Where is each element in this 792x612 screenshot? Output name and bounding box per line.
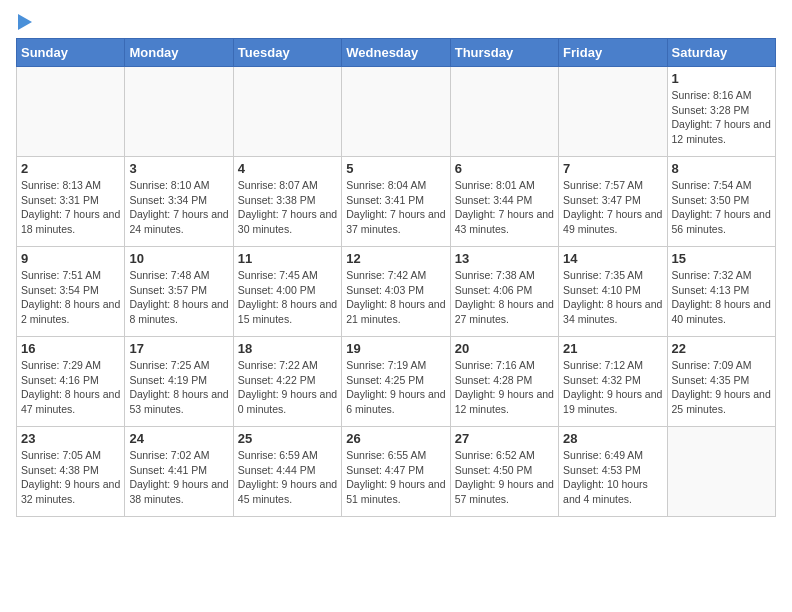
empty-cell <box>667 427 775 517</box>
empty-cell <box>233 67 341 157</box>
day-cell-5: 5Sunrise: 8:04 AM Sunset: 3:41 PM Daylig… <box>342 157 450 247</box>
day-info: Sunrise: 6:52 AM Sunset: 4:50 PM Dayligh… <box>455 448 554 507</box>
day-info: Sunrise: 8:10 AM Sunset: 3:34 PM Dayligh… <box>129 178 228 237</box>
day-cell-1: 1Sunrise: 8:16 AM Sunset: 3:28 PM Daylig… <box>667 67 775 157</box>
day-number: 4 <box>238 161 337 176</box>
day-cell-3: 3Sunrise: 8:10 AM Sunset: 3:34 PM Daylig… <box>125 157 233 247</box>
day-info: Sunrise: 7:51 AM Sunset: 3:54 PM Dayligh… <box>21 268 120 327</box>
day-cell-16: 16Sunrise: 7:29 AM Sunset: 4:16 PM Dayli… <box>17 337 125 427</box>
empty-cell <box>125 67 233 157</box>
week-row-4: 16Sunrise: 7:29 AM Sunset: 4:16 PM Dayli… <box>17 337 776 427</box>
day-cell-22: 22Sunrise: 7:09 AM Sunset: 4:35 PM Dayli… <box>667 337 775 427</box>
day-cell-10: 10Sunrise: 7:48 AM Sunset: 3:57 PM Dayli… <box>125 247 233 337</box>
day-info: Sunrise: 7:38 AM Sunset: 4:06 PM Dayligh… <box>455 268 554 327</box>
day-number: 26 <box>346 431 445 446</box>
day-header-friday: Friday <box>559 39 667 67</box>
calendar-header-row: SundayMondayTuesdayWednesdayThursdayFrid… <box>17 39 776 67</box>
empty-cell <box>559 67 667 157</box>
day-cell-15: 15Sunrise: 7:32 AM Sunset: 4:13 PM Dayli… <box>667 247 775 337</box>
day-number: 23 <box>21 431 120 446</box>
day-cell-6: 6Sunrise: 8:01 AM Sunset: 3:44 PM Daylig… <box>450 157 558 247</box>
day-cell-18: 18Sunrise: 7:22 AM Sunset: 4:22 PM Dayli… <box>233 337 341 427</box>
empty-cell <box>17 67 125 157</box>
day-number: 28 <box>563 431 662 446</box>
day-info: Sunrise: 8:01 AM Sunset: 3:44 PM Dayligh… <box>455 178 554 237</box>
day-cell-14: 14Sunrise: 7:35 AM Sunset: 4:10 PM Dayli… <box>559 247 667 337</box>
day-info: Sunrise: 6:59 AM Sunset: 4:44 PM Dayligh… <box>238 448 337 507</box>
logo <box>16 16 32 30</box>
day-header-sunday: Sunday <box>17 39 125 67</box>
day-number: 9 <box>21 251 120 266</box>
day-number: 7 <box>563 161 662 176</box>
week-row-5: 23Sunrise: 7:05 AM Sunset: 4:38 PM Dayli… <box>17 427 776 517</box>
day-info: Sunrise: 7:05 AM Sunset: 4:38 PM Dayligh… <box>21 448 120 507</box>
day-number: 14 <box>563 251 662 266</box>
day-header-saturday: Saturday <box>667 39 775 67</box>
day-cell-11: 11Sunrise: 7:45 AM Sunset: 4:00 PM Dayli… <box>233 247 341 337</box>
day-cell-13: 13Sunrise: 7:38 AM Sunset: 4:06 PM Dayli… <box>450 247 558 337</box>
day-cell-7: 7Sunrise: 7:57 AM Sunset: 3:47 PM Daylig… <box>559 157 667 247</box>
empty-cell <box>342 67 450 157</box>
day-number: 20 <box>455 341 554 356</box>
day-info: Sunrise: 7:02 AM Sunset: 4:41 PM Dayligh… <box>129 448 228 507</box>
day-number: 24 <box>129 431 228 446</box>
day-number: 10 <box>129 251 228 266</box>
day-info: Sunrise: 7:57 AM Sunset: 3:47 PM Dayligh… <box>563 178 662 237</box>
day-info: Sunrise: 8:04 AM Sunset: 3:41 PM Dayligh… <box>346 178 445 237</box>
day-cell-12: 12Sunrise: 7:42 AM Sunset: 4:03 PM Dayli… <box>342 247 450 337</box>
week-row-1: 1Sunrise: 8:16 AM Sunset: 3:28 PM Daylig… <box>17 67 776 157</box>
day-number: 21 <box>563 341 662 356</box>
day-cell-26: 26Sunrise: 6:55 AM Sunset: 4:47 PM Dayli… <box>342 427 450 517</box>
day-info: Sunrise: 7:25 AM Sunset: 4:19 PM Dayligh… <box>129 358 228 417</box>
empty-cell <box>450 67 558 157</box>
day-info: Sunrise: 7:19 AM Sunset: 4:25 PM Dayligh… <box>346 358 445 417</box>
day-cell-20: 20Sunrise: 7:16 AM Sunset: 4:28 PM Dayli… <box>450 337 558 427</box>
day-cell-9: 9Sunrise: 7:51 AM Sunset: 3:54 PM Daylig… <box>17 247 125 337</box>
day-number: 18 <box>238 341 337 356</box>
day-number: 17 <box>129 341 228 356</box>
day-header-thursday: Thursday <box>450 39 558 67</box>
day-cell-21: 21Sunrise: 7:12 AM Sunset: 4:32 PM Dayli… <box>559 337 667 427</box>
day-cell-24: 24Sunrise: 7:02 AM Sunset: 4:41 PM Dayli… <box>125 427 233 517</box>
day-info: Sunrise: 7:32 AM Sunset: 4:13 PM Dayligh… <box>672 268 771 327</box>
day-cell-8: 8Sunrise: 7:54 AM Sunset: 3:50 PM Daylig… <box>667 157 775 247</box>
day-info: Sunrise: 7:45 AM Sunset: 4:00 PM Dayligh… <box>238 268 337 327</box>
day-number: 3 <box>129 161 228 176</box>
day-cell-27: 27Sunrise: 6:52 AM Sunset: 4:50 PM Dayli… <box>450 427 558 517</box>
day-info: Sunrise: 7:54 AM Sunset: 3:50 PM Dayligh… <box>672 178 771 237</box>
day-cell-19: 19Sunrise: 7:19 AM Sunset: 4:25 PM Dayli… <box>342 337 450 427</box>
week-row-2: 2Sunrise: 8:13 AM Sunset: 3:31 PM Daylig… <box>17 157 776 247</box>
day-header-monday: Monday <box>125 39 233 67</box>
day-cell-17: 17Sunrise: 7:25 AM Sunset: 4:19 PM Dayli… <box>125 337 233 427</box>
day-number: 15 <box>672 251 771 266</box>
day-cell-4: 4Sunrise: 8:07 AM Sunset: 3:38 PM Daylig… <box>233 157 341 247</box>
day-cell-25: 25Sunrise: 6:59 AM Sunset: 4:44 PM Dayli… <box>233 427 341 517</box>
calendar-table: SundayMondayTuesdayWednesdayThursdayFrid… <box>16 38 776 517</box>
day-number: 2 <box>21 161 120 176</box>
day-number: 1 <box>672 71 771 86</box>
day-info: Sunrise: 7:42 AM Sunset: 4:03 PM Dayligh… <box>346 268 445 327</box>
day-cell-2: 2Sunrise: 8:13 AM Sunset: 3:31 PM Daylig… <box>17 157 125 247</box>
day-number: 11 <box>238 251 337 266</box>
day-number: 19 <box>346 341 445 356</box>
day-info: Sunrise: 8:13 AM Sunset: 3:31 PM Dayligh… <box>21 178 120 237</box>
day-info: Sunrise: 7:12 AM Sunset: 4:32 PM Dayligh… <box>563 358 662 417</box>
day-info: Sunrise: 7:09 AM Sunset: 4:35 PM Dayligh… <box>672 358 771 417</box>
day-number: 16 <box>21 341 120 356</box>
day-header-wednesday: Wednesday <box>342 39 450 67</box>
header <box>16 16 776 30</box>
day-number: 5 <box>346 161 445 176</box>
day-number: 27 <box>455 431 554 446</box>
day-number: 8 <box>672 161 771 176</box>
day-info: Sunrise: 6:49 AM Sunset: 4:53 PM Dayligh… <box>563 448 662 507</box>
day-info: Sunrise: 7:35 AM Sunset: 4:10 PM Dayligh… <box>563 268 662 327</box>
day-number: 25 <box>238 431 337 446</box>
day-cell-28: 28Sunrise: 6:49 AM Sunset: 4:53 PM Dayli… <box>559 427 667 517</box>
day-info: Sunrise: 7:22 AM Sunset: 4:22 PM Dayligh… <box>238 358 337 417</box>
day-info: Sunrise: 8:07 AM Sunset: 3:38 PM Dayligh… <box>238 178 337 237</box>
day-info: Sunrise: 6:55 AM Sunset: 4:47 PM Dayligh… <box>346 448 445 507</box>
week-row-3: 9Sunrise: 7:51 AM Sunset: 3:54 PM Daylig… <box>17 247 776 337</box>
day-info: Sunrise: 7:16 AM Sunset: 4:28 PM Dayligh… <box>455 358 554 417</box>
day-info: Sunrise: 8:16 AM Sunset: 3:28 PM Dayligh… <box>672 88 771 147</box>
day-cell-23: 23Sunrise: 7:05 AM Sunset: 4:38 PM Dayli… <box>17 427 125 517</box>
